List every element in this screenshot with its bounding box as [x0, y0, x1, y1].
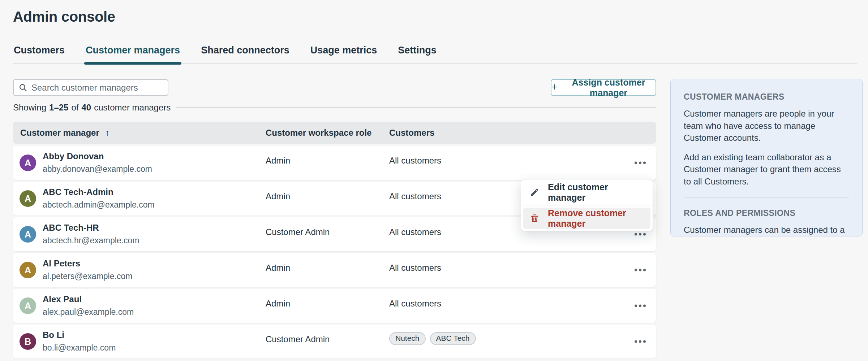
tab-shared-connectors[interactable]: Shared connectors: [200, 45, 290, 63]
summary-range: 1–25: [49, 103, 68, 113]
info-panel-paragraph: Add an existing team collaborator as a C…: [684, 151, 849, 188]
manager-email: al.peters@example.com: [43, 271, 132, 282]
manager-name: Bo Li: [43, 330, 116, 340]
sort-ascending-icon: ↑: [105, 127, 110, 138]
trash-icon: [530, 213, 540, 223]
customer-manager-cell: A Al Peters al.peters@example.com: [13, 253, 266, 287]
column-header-customer-workspace-role[interactable]: Customer workspace role: [266, 128, 389, 138]
tab-customers[interactable]: Customers: [13, 45, 65, 63]
assign-button-label: Assign customer manager: [562, 77, 656, 98]
customers-value: All customers: [389, 191, 441, 201]
info-panel-paragraph: Customer managers can be assigned to a C…: [684, 224, 849, 236]
manager-email: bo.li@example.com: [43, 343, 116, 353]
customer-manager-cell: A Abby Donovan abby.donovan@example.com: [13, 146, 266, 180]
customers-value: All customers: [389, 263, 441, 273]
summary-divider: [176, 107, 656, 108]
info-panel-heading: ROLES AND PERMISSIONS: [684, 208, 849, 218]
avatar: A: [20, 297, 36, 314]
customer-manager-cell: B Bo Li bo.li@example.com: [13, 325, 266, 358]
customers-cell: All customers: [389, 253, 656, 287]
admin-console-page: Admin console CustomersCustomer managers…: [0, 0, 868, 361]
customers-value: All customers: [389, 227, 441, 237]
manager-email: abctech.admin@example.com: [43, 200, 155, 210]
avatar: A: [20, 262, 36, 278]
table-row: A Abby Donovan abby.donovan@example.com …: [13, 146, 656, 180]
manager-name: ABC Tech-Admin: [43, 187, 155, 197]
workspace-role-cell: Admin: [266, 146, 389, 180]
workspace-role-cell: Admin: [266, 182, 389, 216]
table-row: A Al Peters al.peters@example.com Admin …: [13, 253, 656, 287]
summary-of: of: [71, 103, 78, 113]
tab-settings[interactable]: Settings: [397, 45, 437, 63]
manager-email: abctech.hr@example.com: [43, 236, 139, 246]
customers-cell: All customers: [389, 289, 656, 323]
workspace-role-cell: Admin: [266, 289, 389, 323]
customer-manager-cell: A ABC Tech-HR abctech.hr@example.com: [13, 217, 266, 251]
workspace-role-cell: Customer Admin: [266, 217, 389, 251]
summary-suffix: customer managers: [94, 103, 171, 113]
info-panel-section: ROLES AND PERMISSIONS Customer managers …: [684, 208, 849, 236]
summary-showing: Showing: [13, 103, 46, 113]
menu-item-remove-customer-manager[interactable]: Remove customer manager: [523, 208, 650, 229]
avatar: A: [20, 226, 36, 243]
tab-customer-managers[interactable]: Customer managers: [85, 45, 181, 63]
customer-manager-cell: A Alex Paul alex.paul@example.com: [13, 289, 266, 323]
table-row: B Bo Li bo.li@example.com Customer Admin…: [13, 325, 656, 358]
tab-bar: CustomersCustomer managersShared connect…: [13, 45, 857, 64]
menu-divider: [521, 205, 653, 205]
column-header-customer-manager[interactable]: Customer manager ↑: [13, 127, 266, 138]
workspace-role-cell: Customer Admin: [266, 325, 389, 358]
customers-cell: All customers: [389, 146, 656, 180]
customer-manager-table: A Abby Donovan abby.donovan@example.com …: [13, 146, 656, 358]
info-panel-paragraph: Customer managers are people in your tea…: [684, 108, 849, 144]
results-summary: Showing 1–25 of 40 customer managers: [13, 102, 656, 113]
customers-value: All customers: [389, 156, 441, 166]
workspace-role-cell: Admin: [266, 253, 389, 287]
avatar: B: [20, 333, 36, 350]
customer-manager-cell: A ABC Tech-Admin abctech.admin@example.c…: [13, 182, 266, 216]
column-header-customers[interactable]: Customers: [389, 128, 656, 138]
customers-cell: NutechABC Tech: [389, 325, 656, 358]
row-actions-menu-button[interactable]: [632, 337, 648, 347]
manager-name: Abby Donovan: [43, 151, 152, 162]
table-row: A Alex Paul alex.paul@example.com Admin …: [13, 289, 656, 323]
tab-usage-metrics[interactable]: Usage metrics: [310, 45, 378, 63]
row-actions-menu-button[interactable]: [632, 301, 648, 311]
info-panel-section: CUSTOMER MANAGERS Customer managers are …: [684, 92, 849, 188]
customer-badge: Nutech: [389, 332, 426, 345]
row-actions-menu-button[interactable]: [632, 158, 648, 168]
info-panel: CUSTOMER MANAGERS Customer managers are …: [670, 79, 863, 236]
row-actions-menu-button[interactable]: [632, 265, 648, 275]
search-box: [13, 79, 168, 96]
manager-email: abby.donovan@example.com: [43, 164, 152, 174]
manager-name: Alex Paul: [43, 294, 134, 305]
manager-name: Al Peters: [43, 258, 132, 269]
assign-customer-manager-button[interactable]: + Assign customer manager: [551, 79, 656, 96]
search-icon: [18, 83, 27, 92]
avatar: A: [20, 155, 36, 171]
search-input[interactable]: [31, 83, 163, 93]
manager-email: alex.paul@example.com: [43, 307, 134, 317]
customers-value: All customers: [389, 299, 441, 309]
pencil-icon: [530, 187, 540, 197]
manager-name: ABC Tech-HR: [43, 223, 139, 233]
row-actions-context-menu: Edit customer manager Remove customer ma…: [521, 179, 653, 231]
info-panel-heading: CUSTOMER MANAGERS: [684, 92, 849, 102]
menu-item-edit-customer-manager[interactable]: Edit customer manager: [521, 182, 653, 203]
panel-divider: [684, 197, 849, 197]
summary-total: 40: [81, 103, 91, 113]
plus-icon: +: [551, 82, 558, 92]
page-title: Admin console: [13, 9, 115, 25]
customer-badge: ABC Tech: [430, 332, 476, 345]
avatar: A: [20, 190, 36, 207]
table-header: Customer manager ↑ Customer workspace ro…: [13, 122, 656, 144]
